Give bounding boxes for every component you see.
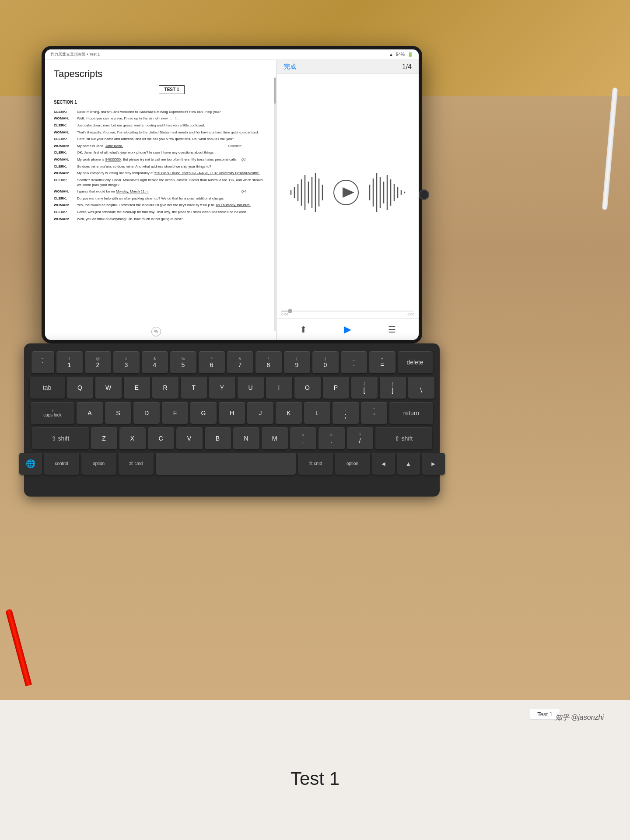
key-globe[interactable]: 🌐 bbox=[19, 453, 42, 475]
keyboard-row-asdf: ⇪ caps lock A S D F G H J K L : ; " ' re… bbox=[34, 402, 430, 424]
scrollbar[interactable] bbox=[274, 77, 276, 331]
key-comma[interactable]: < , bbox=[290, 427, 316, 449]
ipad-screen: 竹力居北支真想赤近 • Test 1 ▲ 94% 🔋 Tapescripts T… bbox=[45, 49, 419, 340]
key-h[interactable]: H bbox=[219, 402, 245, 424]
dialogue-row: CLERK: Just calm down, now. Let me guess… bbox=[54, 123, 268, 128]
key-o[interactable]: O bbox=[294, 377, 321, 399]
dialogue-row: CLERK: Seattle? Beautiful city, I hear. … bbox=[54, 178, 268, 187]
test-badge: TEST 1 bbox=[159, 85, 185, 94]
key-l[interactable]: L bbox=[304, 402, 330, 424]
key-shift-left[interactable]: ⇧ shift bbox=[32, 427, 89, 449]
key-2[interactable]: @ 2 bbox=[85, 351, 111, 373]
dialogue-row: WOMAN: Yes, that would be helpful. I pro… bbox=[54, 203, 268, 208]
keyboard-row-qwerty: tab Q W E R T Y U I O P { [ } ] | \ bbox=[34, 377, 430, 399]
key-w[interactable]: W bbox=[95, 377, 122, 399]
key-4[interactable]: $ 4 bbox=[142, 351, 168, 373]
key-delete[interactable]: delete bbox=[398, 351, 433, 373]
key-slash[interactable]: ? / bbox=[347, 427, 373, 449]
key-d[interactable]: D bbox=[133, 402, 160, 424]
key-y[interactable]: Y bbox=[209, 377, 235, 399]
key-g[interactable]: G bbox=[190, 402, 217, 424]
section-title: SECTION 1 bbox=[54, 99, 268, 106]
scrollbar-thumb[interactable] bbox=[274, 77, 276, 104]
key-z[interactable]: Z bbox=[91, 427, 117, 449]
play-button[interactable]: ▶ bbox=[344, 324, 351, 335]
key-rbracket[interactable]: } ] bbox=[380, 377, 406, 399]
key-t[interactable]: T bbox=[181, 377, 207, 399]
waveform-area bbox=[277, 74, 419, 311]
key-arrow-left[interactable]: ◄ bbox=[372, 453, 395, 475]
key-backslash[interactable]: | \ bbox=[408, 377, 434, 399]
key-k[interactable]: K bbox=[276, 402, 302, 424]
key-cmd-right[interactable]: ⌘ cmd bbox=[298, 453, 333, 475]
key-arrow-up[interactable]: ▲ bbox=[397, 453, 420, 475]
dialogue-row: WOMAN: My new company is letting me stay… bbox=[54, 171, 268, 176]
bottom-test-title: Test 1 bbox=[290, 768, 340, 789]
key-s[interactable]: S bbox=[105, 402, 131, 424]
key-f[interactable]: F bbox=[162, 402, 188, 424]
key-5[interactable]: % 5 bbox=[170, 351, 196, 373]
audio-count: 1/4 bbox=[402, 63, 412, 71]
key-equals[interactable]: + = bbox=[369, 351, 396, 373]
key-arrow-right[interactable]: ► bbox=[422, 453, 445, 475]
key-r[interactable]: R bbox=[152, 377, 178, 399]
key-3[interactable]: # 3 bbox=[113, 351, 140, 373]
keyboard-row-zxcv: ⇧ shift Z X C V B N M < , > . ? / ⇧ shif… bbox=[34, 427, 430, 449]
key-7[interactable]: & 7 bbox=[227, 351, 253, 373]
key-q[interactable]: Q bbox=[67, 377, 93, 399]
audio-panel: 完成 1/4 bbox=[277, 60, 419, 340]
ipad-device: 竹力居北支真想赤近 • Test 1 ▲ 94% 🔋 Tapescripts T… bbox=[42, 46, 422, 343]
dialogue-row: WOMAN: That's it exactly. You see, I'm r… bbox=[54, 130, 268, 135]
key-m[interactable]: M bbox=[262, 427, 288, 449]
key-j[interactable]: J bbox=[247, 402, 273, 424]
key-control[interactable]: control bbox=[44, 453, 79, 475]
done-button[interactable]: 完成 bbox=[284, 63, 296, 71]
key-b[interactable]: B bbox=[205, 427, 231, 449]
dialogue-row: CLERK: Here, fill out your name and addr… bbox=[54, 136, 268, 142]
key-spacebar[interactable] bbox=[156, 453, 296, 475]
dialogue-row: CLERK: So does mine, ma'am, so does mine… bbox=[54, 164, 268, 169]
key-x[interactable]: X bbox=[119, 427, 146, 449]
waveform-visualization bbox=[287, 166, 409, 219]
svg-marker-43 bbox=[343, 187, 354, 198]
key-return[interactable]: return bbox=[389, 402, 433, 424]
key-i[interactable]: I bbox=[266, 377, 292, 399]
key-9[interactable]: ( 9 bbox=[284, 351, 310, 373]
zhihu-watermark: 知乎 @jasonzhi bbox=[555, 713, 604, 722]
playlist-button[interactable]: ☰ bbox=[388, 324, 396, 335]
keyboard-row-modifiers: 🌐 control option ⌘ cmd ⌘ cmd option ◄ ▲ … bbox=[34, 453, 430, 475]
ipad-content-area: Tapescripts TEST 1 SECTION 1 CLERK: Good… bbox=[45, 60, 419, 340]
key-v[interactable]: V bbox=[176, 427, 203, 449]
key-option-left[interactable]: option bbox=[81, 453, 116, 475]
key-u[interactable]: U bbox=[238, 377, 264, 399]
key-6[interactable]: ^ 6 bbox=[199, 351, 225, 373]
key-1[interactable]: ! 1 bbox=[56, 351, 83, 373]
key-tilde[interactable]: ~ ` bbox=[32, 351, 54, 373]
dialogue-row: WOMAN: My work phone is 94635550. But pl… bbox=[54, 157, 268, 162]
key-minus[interactable]: _ - bbox=[341, 351, 367, 373]
key-e[interactable]: E bbox=[124, 377, 150, 399]
key-0[interactable]: ) 0 bbox=[312, 351, 339, 373]
key-lbracket[interactable]: { [ bbox=[351, 377, 378, 399]
key-period[interactable]: > . bbox=[318, 427, 345, 449]
key-p[interactable]: P bbox=[323, 377, 349, 399]
status-left-text: 竹力居北支真想赤近 • Test 1 bbox=[50, 52, 100, 57]
key-c[interactable]: C bbox=[148, 427, 174, 449]
key-quote[interactable]: " ' bbox=[361, 402, 387, 424]
key-8[interactable]: * 8 bbox=[256, 351, 282, 373]
dialogue-row: WOMAN: Well, you do think of everything!… bbox=[54, 217, 268, 222]
share-button[interactable]: ⬆ bbox=[300, 324, 307, 335]
key-option-right[interactable]: option bbox=[335, 453, 370, 475]
keyboard-row-numbers: ~ ` ! 1 @ 2 # 3 $ 4 % 5 ^ 6 & 7 bbox=[34, 351, 430, 373]
key-shift-right[interactable]: ⇧ shift bbox=[375, 427, 432, 449]
key-tab[interactable]: tab bbox=[30, 377, 65, 399]
dialogue-row: CLERK: Great, we'll just schedule the cl… bbox=[54, 210, 268, 215]
page-number: 45 bbox=[151, 327, 161, 336]
key-cmd-left[interactable]: ⌘ cmd bbox=[119, 453, 154, 475]
key-semicolon[interactable]: : ; bbox=[332, 402, 359, 424]
audio-progress-bar[interactable]: 0:00-0:00 bbox=[277, 311, 419, 318]
ipad-home-button[interactable] bbox=[419, 189, 429, 200]
key-a[interactable]: A bbox=[77, 402, 103, 424]
key-n[interactable]: N bbox=[233, 427, 259, 449]
key-capslock[interactable]: ⇪ caps lock bbox=[31, 402, 74, 424]
